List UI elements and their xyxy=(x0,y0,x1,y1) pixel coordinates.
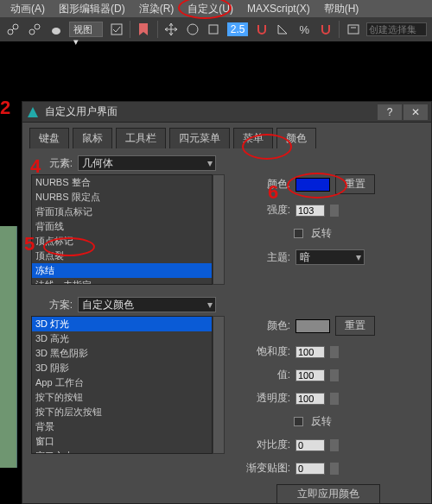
intensity-label: 强度: xyxy=(242,203,290,217)
list-item-selected[interactable]: 3D 灯光 xyxy=(32,317,212,331)
svg-point-5 xyxy=(52,28,60,35)
list-item-selected[interactable]: 冻结 xyxy=(32,263,212,278)
list-item[interactable]: 顶点标记 xyxy=(32,234,212,249)
list-item[interactable]: 窗口 xyxy=(32,434,212,449)
colors-panel: 元素: 几何体 NURBS 整合 NURBS 限定点 背面顶点标记 背面线 顶点… xyxy=(22,148,431,504)
edit-named-sel-icon[interactable] xyxy=(345,21,361,38)
reset-color2-button[interactable]: 重置 xyxy=(335,316,375,336)
menu-maxscript[interactable]: MAXScript(X) xyxy=(240,1,317,16)
separator xyxy=(339,21,340,38)
spinner-buttons[interactable] xyxy=(330,346,339,358)
svg-rect-8 xyxy=(209,25,218,34)
contrast-spinner[interactable]: 0 xyxy=(295,439,325,451)
contrast-label: 对比度: xyxy=(242,438,290,452)
invert2-checkbox[interactable] xyxy=(294,417,303,426)
list-item[interactable]: 按下的层次按钮 xyxy=(32,405,212,419)
menu-customize[interactable]: 自定义(U) xyxy=(181,0,240,18)
theme-label: 主题: xyxy=(242,250,290,265)
separator xyxy=(157,21,158,38)
app-logo-icon xyxy=(26,105,40,119)
list-item[interactable]: 背面顶点标记 xyxy=(32,205,212,219)
angle-snap-icon[interactable] xyxy=(275,21,291,38)
spinner-buttons[interactable] xyxy=(330,369,339,381)
list-item[interactable]: 顶点裂 xyxy=(32,249,212,263)
snap-toggle-icon[interactable] xyxy=(253,21,270,38)
tab-quads[interactable]: 四元菜单 xyxy=(169,128,230,148)
value-label: 值: xyxy=(242,368,290,382)
close-button[interactable]: ✕ xyxy=(403,104,428,120)
move-icon[interactable] xyxy=(163,21,180,38)
percent-icon[interactable]: % xyxy=(296,21,313,38)
list-item[interactable]: 窗口文本 xyxy=(32,449,212,454)
scheme-listbox[interactable]: 3D 灯光 3D 高光 3D 黑色阴影 3D 阴影 App 工作台 按下的按钮 … xyxy=(31,316,213,454)
listbox-scrollbar[interactable] xyxy=(213,316,225,454)
rotate-icon[interactable] xyxy=(184,21,200,38)
alpha-label: 透明度: xyxy=(242,391,290,406)
tab-menus[interactable]: 菜单 xyxy=(233,128,273,148)
tab-colors[interactable]: 颜色 xyxy=(276,128,316,148)
list-item[interactable]: 法线 - 未指定 xyxy=(32,278,212,285)
dialog-titlebar: 自定义用户界面 ? ✕ xyxy=(22,102,431,123)
checkbox-list-icon[interactable] xyxy=(108,21,124,38)
saturation-spinner[interactable]: 100 xyxy=(295,346,325,358)
spinner-buttons[interactable] xyxy=(330,393,339,405)
viewport-edge xyxy=(0,226,17,468)
svg-point-7 xyxy=(187,24,198,35)
main-toolbar: 视图 ▾ 2.5 % xyxy=(0,17,432,41)
list-item[interactable]: 3D 阴影 xyxy=(32,361,212,375)
gradient-spinner[interactable]: 0 xyxy=(295,463,325,475)
tab-keyboard[interactable]: 键盘 xyxy=(29,128,69,148)
spinner-buttons[interactable] xyxy=(330,439,339,451)
view-dropdown[interactable]: 视图 ▾ xyxy=(69,22,103,37)
list-item[interactable]: NURBS 限定点 xyxy=(32,190,212,205)
theme-combo[interactable]: 暗 xyxy=(295,249,365,265)
annotation-number-2: 2 xyxy=(0,97,10,119)
invert-label: 反转 xyxy=(311,226,332,241)
element-listbox[interactable]: NURBS 整合 NURBS 限定点 背面顶点标记 背面线 顶点标记 顶点裂 冻… xyxy=(31,174,213,285)
alpha-spinner[interactable]: 100 xyxy=(295,393,325,405)
intensity-spinner[interactable]: 103 xyxy=(295,205,325,217)
dialog-title: 自定义用户界面 xyxy=(45,104,376,119)
bookmark-icon[interactable] xyxy=(136,21,152,38)
invert-checkbox[interactable] xyxy=(294,229,303,238)
reset-color-button[interactable]: 重置 xyxy=(335,174,375,194)
list-item[interactable]: App 工作台 xyxy=(32,375,212,390)
selection-set-input[interactable] xyxy=(366,22,427,36)
menu-animation[interactable]: 动画(A) xyxy=(3,0,52,18)
scheme-combo[interactable]: 自定义颜色 xyxy=(78,297,216,312)
snap-toggle2-icon[interactable] xyxy=(318,21,334,38)
tab-mouse[interactable]: 鼠标 xyxy=(73,128,112,148)
invert2-label: 反转 xyxy=(311,414,332,429)
color2-label: 颜色: xyxy=(242,318,290,333)
value-spinner[interactable]: 100 xyxy=(295,369,325,381)
listbox-scrollbar[interactable] xyxy=(213,174,225,285)
main-menubar: 动画(A) 图形编辑器(D) 渲染(R) 自定义(U) MAXScript(X)… xyxy=(0,0,432,17)
color-swatch[interactable] xyxy=(295,178,330,192)
color2-swatch[interactable] xyxy=(295,319,330,333)
list-item[interactable]: 3D 高光 xyxy=(32,331,212,346)
snap-value-badge[interactable]: 2.5 xyxy=(227,22,249,36)
unlink-icon[interactable] xyxy=(27,21,43,38)
spinner-buttons[interactable] xyxy=(330,205,339,217)
element-combo[interactable]: 几何体 xyxy=(78,155,216,171)
list-item[interactable]: 3D 黑色阴影 xyxy=(32,346,212,361)
list-item[interactable]: NURBS 整合 xyxy=(32,175,212,190)
view-dropdown-label: 视图 xyxy=(73,24,92,35)
menu-help[interactable]: 帮助(H) xyxy=(317,0,366,18)
separator xyxy=(130,21,130,38)
scale-icon[interactable] xyxy=(206,21,222,38)
help-button[interactable]: ? xyxy=(378,104,402,120)
svg-point-4 xyxy=(35,24,40,29)
svg-rect-9 xyxy=(348,25,359,34)
dialog-tabs: 键盘 鼠标 工具栏 四元菜单 菜单 颜色 xyxy=(22,123,431,148)
list-item[interactable]: 按下的按钮 xyxy=(32,390,212,405)
list-item[interactable]: 背面线 xyxy=(32,219,212,234)
link-icon[interactable] xyxy=(5,21,22,38)
spinner-buttons[interactable] xyxy=(330,463,339,475)
list-item[interactable]: 背景 xyxy=(32,419,212,434)
tab-toolbars[interactable]: 工具栏 xyxy=(116,128,166,148)
teapot-icon[interactable] xyxy=(48,21,64,38)
apply-now-button[interactable]: 立即应用颜色 xyxy=(276,484,380,504)
menu-graph-editor[interactable]: 图形编辑器(D) xyxy=(52,0,132,18)
menu-render[interactable]: 渲染(R) xyxy=(132,0,181,18)
